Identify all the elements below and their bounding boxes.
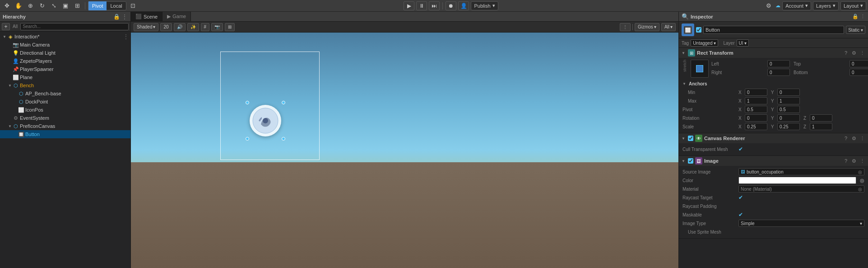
tree-item-button[interactable]: ▶ 🔲 Button [0, 130, 130, 138]
image-type-dropdown[interactable]: Simple ▾ [738, 220, 864, 227]
account-dropdown[interactable]: Account ▾ [782, 1, 811, 10]
cr-help-btn[interactable]: ? [843, 135, 849, 141]
left-input[interactable] [767, 60, 790, 67]
shading-dropdown[interactable]: Shaded ▾ [134, 23, 158, 31]
toolbar-scale-tool[interactable]: ⤡ [49, 1, 59, 10]
hierarchy-add-btn[interactable]: + [2, 23, 10, 30]
tree-item-plane[interactable]: ▶ ⬜ Plane [0, 73, 130, 81]
image-header[interactable]: ▼ 🖼 Image ? ⚙ ⋮ [679, 156, 868, 166]
toolbar-rect-tool[interactable]: ▣ [60, 1, 70, 10]
menu-interaction[interactable]: ⋮ [123, 33, 129, 40]
anchor-min-x[interactable] [745, 89, 767, 96]
scene-extra-btn[interactable]: ⋮ [620, 23, 631, 31]
hierarchy-search-input[interactable] [20, 23, 129, 30]
anchor-max-x[interactable] [745, 97, 767, 104]
img-menu-btn[interactable]: ⋮ [859, 158, 865, 164]
source-image-select-btn[interactable]: ◎ [858, 169, 862, 174]
tab-game[interactable]: ▶ Game [162, 12, 191, 21]
cr-settings-btn[interactable]: ⚙ [851, 135, 857, 141]
rot-x[interactable] [745, 114, 767, 122]
tree-item-iconpos[interactable]: ▶ ⬜ IconPos [0, 106, 130, 114]
effects-btn[interactable]: ✨ [187, 23, 199, 31]
rot-z[interactable] [810, 114, 832, 122]
collab-button[interactable]: 👤 [458, 1, 469, 10]
camera-btn[interactable]: 📷 [211, 23, 223, 31]
scale-z[interactable] [810, 123, 832, 130]
tab-scene[interactable]: ⬛ Scene [131, 12, 162, 21]
hierarchy-menu-icon[interactable]: ⋮ [121, 14, 128, 20]
source-image-ref[interactable]: 🖼 button_occupation ◎ [738, 168, 864, 175]
record-button[interactable]: ⏺ [446, 1, 456, 10]
tree-item-dir-light[interactable]: ▶ 💡 Directional Light [0, 49, 130, 57]
handle-bl[interactable] [246, 137, 249, 141]
rt-settings-btn[interactable]: ⚙ [851, 50, 857, 56]
tree-item-bench-base[interactable]: ▶ ⬡ AP_Bench-base [0, 89, 130, 98]
bottom-input[interactable] [849, 69, 868, 76]
tree-item-bench[interactable]: ▼ ⬡ Bench [0, 81, 130, 89]
material-ref[interactable]: None (Material) ◎ [738, 185, 864, 193]
tag-dropdown[interactable]: Untagged ▾ [691, 39, 718, 47]
rot-y[interactable] [777, 114, 800, 122]
anchor-min-y[interactable] [777, 89, 800, 96]
pivot-y[interactable] [777, 106, 800, 113]
handle-tr[interactable] [282, 101, 285, 104]
toolbar-move-tool[interactable]: ⊕ [25, 1, 35, 10]
top-input[interactable] [849, 60, 868, 67]
step-button[interactable]: ⏭ [429, 1, 440, 10]
pivot-x[interactable] [745, 106, 767, 113]
play-button[interactable]: ▶ [404, 1, 414, 10]
pivot-btn[interactable]: Pivot [88, 1, 107, 10]
scene-view[interactable] [131, 33, 678, 268]
local-btn[interactable]: Local [107, 1, 125, 10]
color-select-btn[interactable]: ◎ [860, 178, 864, 183]
img-help-btn[interactable]: ? [843, 158, 849, 164]
tree-item-dockpoint[interactable]: ▶ ⬡ DockPoint [0, 98, 130, 106]
scale-y[interactable] [777, 123, 800, 130]
tree-item-pref-icon-canvas[interactable]: ▼ ⬡ PrefIconCanvas [0, 122, 130, 130]
inspector-menu-btn[interactable]: ⋮ [860, 14, 865, 19]
cr-menu-btn[interactable]: ⋮ [859, 135, 865, 141]
tree-item-interaction[interactable]: ▼ ◈ Interaction* ⋮ [0, 33, 130, 41]
overlay-btn[interactable]: ⊞ [225, 23, 235, 31]
pause-button[interactable]: ⏸ [416, 1, 427, 10]
img-settings-btn[interactable]: ⚙ [851, 158, 857, 164]
rt-help-btn[interactable]: ? [843, 50, 849, 56]
tree-item-event-system[interactable]: ▶ ⚙ EventSystem [0, 114, 130, 122]
img-enable-checkbox[interactable] [688, 158, 693, 164]
material-select-btn[interactable]: ◎ [858, 187, 862, 192]
layer-dropdown[interactable]: UI ▾ [737, 39, 749, 47]
tree-item-zepeto-players[interactable]: ▶ 👤 ZepetoPlayers [0, 57, 130, 65]
tree-item-main-camera[interactable]: ▶ 📷 Main Camera [0, 41, 130, 49]
toolbar-rotate-tool[interactable]: ↻ [37, 1, 47, 10]
rt-menu-btn[interactable]: ⋮ [859, 50, 865, 56]
tree-item-player-spawner[interactable]: ▶ 📌 PlayerSpawner [0, 65, 130, 73]
all-dropdown[interactable]: All ▾ [661, 23, 676, 31]
gizmos-dropdown[interactable]: Gizmos ▾ [635, 23, 659, 31]
cr-enable-checkbox[interactable] [688, 136, 693, 141]
grid-btn[interactable]: # [201, 23, 210, 31]
scene-button-object[interactable] [247, 103, 283, 139]
hierarchy-lock-icon[interactable]: 🔒 [113, 14, 120, 20]
scale-x[interactable] [745, 123, 767, 130]
publish-dropdown[interactable]: Publish ▾ [471, 1, 498, 10]
toolbar-extra-btn[interactable]: ⊡ [128, 1, 138, 10]
toolbar-cursor-tool[interactable]: ✥ [2, 1, 12, 10]
inspector-lock-btn[interactable]: 🔒 [852, 14, 859, 19]
right-input[interactable] [767, 69, 790, 76]
toolbar-transform-tool[interactable]: ⊞ [72, 1, 82, 10]
layout-dropdown[interactable]: Layout ▾ [840, 1, 866, 10]
handle-tl[interactable] [246, 101, 249, 104]
obj-active-checkbox[interactable] [696, 27, 701, 33]
settings-btn[interactable]: ⚙ [764, 1, 774, 10]
resolution-btn[interactable]: 20 [160, 23, 172, 31]
static-dropdown[interactable]: Static ▾ [846, 26, 865, 34]
anchor-max-y[interactable] [777, 97, 800, 104]
rect-transform-header[interactable]: ▼ ⊞ Rect Transform ? ⚙ ⋮ [679, 48, 868, 58]
toolbar-hand-tool[interactable]: ✋ [14, 1, 23, 10]
audio-btn[interactable]: 🔊 [174, 23, 186, 31]
layers-dropdown[interactable]: Layers ▾ [813, 1, 839, 10]
color-swatch[interactable] [738, 177, 856, 184]
handle-br[interactable] [282, 137, 285, 141]
obj-name-input[interactable] [703, 26, 844, 34]
canvas-renderer-header[interactable]: ▼ 👁 Canvas Renderer ? ⚙ ⋮ [679, 133, 868, 143]
